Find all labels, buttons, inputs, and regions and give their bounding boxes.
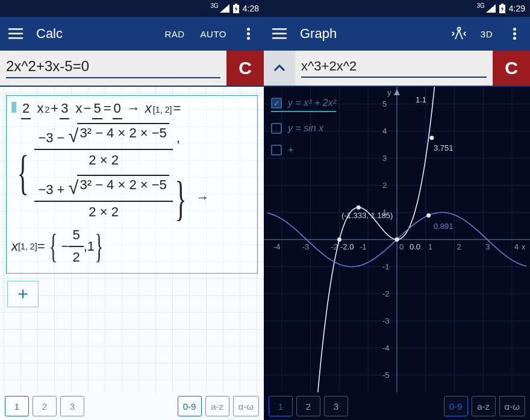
legend-item-cubic[interactable]: y = x³ + 2x²: [271, 98, 336, 112]
svg-rect-9: [501, 4, 504, 5]
annotation: 0.891: [434, 222, 454, 231]
svg-point-43: [426, 213, 431, 218]
svg-point-14: [513, 28, 516, 31]
x-tick: -1: [360, 242, 367, 251]
svg-point-42: [429, 136, 434, 140]
signal-icon: [220, 4, 229, 13]
overflow-icon[interactable]: [237, 23, 259, 45]
svg-rect-2: [8, 28, 23, 30]
tab-2[interactable]: 2: [33, 396, 57, 416]
tab-3[interactable]: 3: [60, 396, 84, 416]
y-tick: -4: [382, 343, 390, 353]
annotation: 3.751: [434, 143, 454, 152]
x-tick: -3: [302, 242, 310, 251]
network-label: 3G: [476, 2, 484, 9]
clear-button[interactable]: C: [493, 51, 530, 86]
svg-point-13: [457, 28, 460, 31]
x-tick: 3: [485, 242, 490, 251]
svg-point-7: [247, 37, 250, 40]
svg-point-6: [247, 33, 250, 36]
expression-value: x^3+2x^2: [301, 58, 487, 78]
svg-point-39: [337, 237, 341, 242]
expression-input[interactable]: 2x^2+3x-5=0: [0, 51, 226, 86]
compass-tool-icon[interactable]: [448, 23, 470, 45]
svg-rect-12: [272, 37, 287, 39]
svg-point-5: [247, 28, 250, 31]
tab-1[interactable]: 1: [5, 396, 29, 416]
mode-greek[interactable]: α-ω: [499, 396, 525, 416]
calc-pane: 3G 4:28 Calc RAD AUTO 2x^2+3x-5=0 C: [0, 0, 264, 420]
y-tick: -5: [382, 371, 390, 380]
annotation: (-1.333, 1.185): [341, 211, 393, 220]
svg-rect-10: [272, 28, 287, 30]
clear-button[interactable]: C: [226, 51, 264, 86]
checkbox-icon: [271, 145, 282, 155]
graph-pane: 3G 4:29 Graph 3D: [264, 0, 530, 420]
solution-box[interactable]: 2 x2 + 3 x − 5 = 0 → x[1, 2] = {: [6, 95, 258, 274]
legend-item-sin[interactable]: y = sin x: [271, 123, 336, 134]
drag-handle-icon[interactable]: [11, 102, 16, 113]
checkbox-icon[interactable]: [271, 123, 282, 134]
svg-rect-3: [8, 33, 23, 35]
expression-input-row: x^3+2x^2 C: [264, 51, 530, 87]
svg-rect-1: [235, 4, 237, 5]
angle-mode-button[interactable]: RAD: [160, 25, 189, 43]
keyboard-tabs: 1 2 3 0-9 a-z α-ω: [264, 392, 530, 420]
3d-mode-button[interactable]: 3D: [476, 25, 497, 43]
mode-alpha[interactable]: a-z: [205, 396, 229, 416]
mode-greek[interactable]: α-ω: [233, 396, 259, 416]
tab-2[interactable]: 2: [296, 396, 320, 416]
legend-add-button[interactable]: +: [271, 145, 336, 155]
annotation: -2.0: [340, 242, 354, 251]
svg-point-41: [357, 205, 361, 210]
menu-icon[interactable]: [269, 23, 290, 45]
calc-workspace[interactable]: 2 x2 + 3 x − 5 = 0 → x[1, 2] = {: [0, 87, 264, 392]
mode-numeric[interactable]: 0-9: [444, 396, 468, 416]
y-tick: 5: [382, 99, 387, 108]
function-legend: y = x³ + 2x² y = sin x +: [271, 98, 336, 155]
auto-mode-button[interactable]: AUTO: [196, 25, 231, 43]
annotation: 1.1: [416, 95, 426, 104]
battery-charging-icon: [233, 4, 239, 13]
expression-input[interactable]: x^3+2x^2: [295, 51, 493, 86]
mode-alpha[interactable]: a-z: [472, 396, 496, 416]
battery-charging-icon: [499, 4, 505, 13]
overflow-icon[interactable]: [504, 23, 525, 45]
expression-value: 2x^2+3x-5=0: [6, 58, 220, 78]
clock-label: 4:28: [243, 4, 259, 13]
svg-rect-4: [8, 37, 23, 39]
status-bar: 3G 4:29: [264, 0, 530, 17]
x-tick: 1: [428, 242, 432, 251]
x-tick: 2: [457, 242, 461, 251]
annotation: 0.0: [410, 242, 420, 251]
app-bar: Calc RAD AUTO: [0, 17, 264, 51]
svg-point-16: [513, 37, 516, 40]
svg-point-15: [513, 33, 516, 36]
clock-label: 4:29: [509, 4, 525, 13]
x-tick: 4: [514, 242, 519, 251]
tab-3[interactable]: 3: [324, 396, 348, 416]
tab-1[interactable]: 1: [269, 396, 293, 416]
solution-result: x[1, 2] = { − 52 , 1 }: [11, 226, 252, 267]
keyboard-tabs: 1 2 3 0-9 a-z α-ω: [0, 392, 264, 420]
y-tick: 3: [382, 154, 387, 163]
svg-rect-11: [272, 33, 287, 35]
x-tick: 0: [399, 242, 404, 251]
app-bar: Graph 3D: [264, 17, 530, 51]
mode-numeric[interactable]: 0-9: [178, 396, 202, 416]
y-tick: -1: [382, 262, 390, 271]
x-axis-label: x: [522, 242, 526, 251]
menu-icon[interactable]: [5, 23, 26, 45]
graph-canvas[interactable]: -4-3-2-101234-5-4-3-2-112345yx y = x³ + …: [264, 87, 530, 420]
collapse-button[interactable]: [264, 51, 295, 86]
status-bar: 3G 4:28: [0, 0, 264, 17]
network-label: 3G: [210, 2, 218, 9]
checkbox-icon[interactable]: [271, 98, 282, 108]
add-expression-button[interactable]: +: [7, 281, 39, 307]
y-tick: 4: [382, 127, 387, 136]
y-axis-label: y: [387, 88, 391, 97]
expression-input-row: 2x^2+3x-5=0 C: [0, 51, 264, 87]
x-tick: -4: [273, 242, 281, 251]
svg-point-40: [395, 237, 399, 242]
y-tick: -2: [382, 289, 390, 298]
